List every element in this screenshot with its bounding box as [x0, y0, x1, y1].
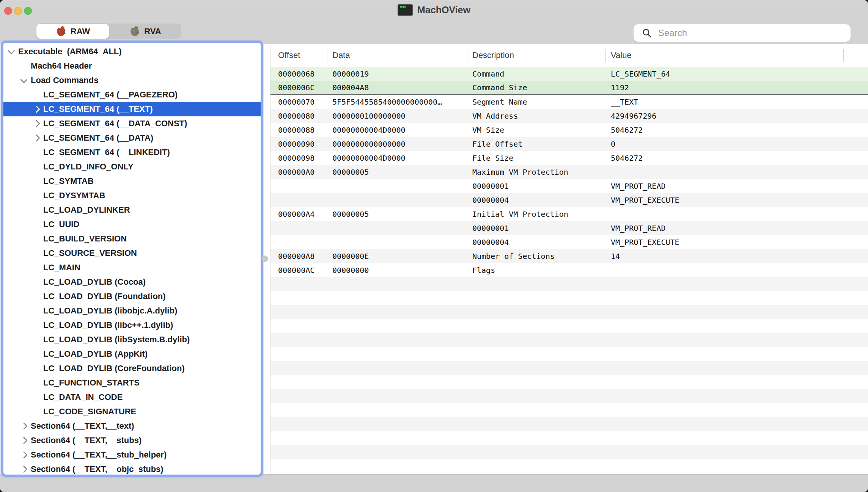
description-cell: Command — [467, 69, 605, 78]
data-cell: 00000005 — [327, 168, 467, 177]
table-row[interactable]: 00000098 00000000004D0000 File Size 5046… — [270, 151, 868, 165]
sidebar-tree-item[interactable]: Section64 (__TEXT,__objc_stubs) — [3, 462, 261, 475]
sidebar-tree-item-label: LC_FUNCTION_STARTS — [43, 378, 140, 388]
table-row[interactable]: 00000004 VM_PROT_EXECUTE — [270, 193, 868, 207]
sidebar-tree-item[interactable]: LC_BUILD_VERSION — [3, 232, 261, 246]
search-input[interactable] — [657, 27, 841, 39]
empty-table-row — [270, 347, 868, 361]
sidebar-tree-item[interactable]: LC_CODE_SIGNATURE — [3, 404, 261, 419]
sidebar-tree-item[interactable]: LC_LOAD_DYLIB (libobjc.A.dylib) — [3, 304, 261, 318]
table-body: 00000068 00000019 Command LC_SEGMENT_64 … — [270, 67, 868, 473]
description-cell: Flags — [467, 266, 605, 275]
sidebar-tree-item[interactable]: LC_SEGMENT_64 (__DATA_CONST) — [3, 116, 261, 131]
description-cell: VM Address — [467, 111, 605, 121]
sidebar-tree-item-label: Section64 (__TEXT,__stub_helper) — [31, 450, 167, 460]
sidebar-tree-item[interactable]: LC_SEGMENT_64 (__TEXT) — [3, 102, 261, 116]
sidebar-tree-item[interactable]: LC_MAIN — [3, 260, 261, 275]
sidebar-tree-item[interactable]: Section64 (__TEXT,__text) — [3, 419, 261, 433]
table-row[interactable]: 000000AC 00000000 Flags — [270, 263, 868, 277]
value-cell: 4294967296 — [605, 111, 843, 121]
table-row[interactable]: 000000A8 0000000E Number of Sections 14 — [270, 249, 868, 263]
empty-table-row — [270, 403, 868, 417]
value-cell: LC_SEGMENT_64 — [605, 69, 843, 78]
sidebar-tree: Executable (ARM64_ALL) Mach64 Header Loa… — [3, 44, 261, 475]
column-header-description[interactable]: Description — [467, 44, 605, 67]
view-mode-segmented-control: RAW RVA — [36, 24, 181, 39]
disclosure-chevron-icon[interactable] — [20, 422, 28, 430]
sidebar-tree-item[interactable]: Executable (ARM64_ALL) — [3, 44, 261, 59]
table-row[interactable]: 00000068 00000019 Command LC_SEGMENT_64 — [270, 67, 868, 81]
rva-mode-button[interactable]: RVA — [109, 24, 181, 39]
sidebar-tree-item[interactable]: Load Commands — [3, 73, 261, 88]
sidebar-tree-item[interactable]: LC_LOAD_DYLIB (libSystem.B.dylib) — [3, 332, 261, 347]
sidebar-tree-item[interactable]: LC_DYSYMTAB — [3, 188, 261, 203]
offset-cell: 00000070 — [270, 97, 327, 107]
red-apple-icon — [55, 26, 67, 37]
disclosure-chevron-icon[interactable] — [33, 105, 40, 113]
table-row[interactable]: 00000088 00000000004D0000 VM Size 504627… — [270, 123, 868, 137]
disclosure-chevron-icon[interactable] — [8, 47, 15, 55]
sidebar-tree-item-label: LC_LOAD_DYLIB (Foundation) — [43, 291, 166, 301]
window-title: MachOView — [417, 5, 470, 16]
sidebar-tree-item-label: LC_DYSYMTAB — [43, 191, 105, 201]
table-row[interactable]: 00000070 5F5F5445585400000000000… Segmen… — [270, 95, 868, 109]
sidebar-tree-item[interactable]: LC_SEGMENT_64 (__DATA) — [3, 131, 261, 145]
disclosure-chevron-icon[interactable] — [20, 451, 28, 459]
disclosure-chevron-icon[interactable] — [20, 76, 28, 83]
sidebar-tree-item-label: LC_LOAD_DYLINKER — [43, 205, 130, 215]
sidebar-tree-item[interactable]: LC_UUID — [3, 217, 261, 232]
sidebar-tree-item[interactable]: LC_LOAD_DYLIB (Foundation) — [3, 289, 261, 304]
empty-table-row — [270, 305, 868, 319]
sidebar-tree-item[interactable]: Section64 (__TEXT,__stub_helper) — [3, 448, 261, 462]
sidebar-tree-item[interactable]: LC_LOAD_DYLIB (libc++.1.dylib) — [3, 318, 261, 332]
disclosure-chevron-icon[interactable] — [33, 120, 40, 127]
table-header-row: Offset Data Description Value — [270, 44, 868, 67]
table-row[interactable]: 00000090 0000000000000000 File Offset 0 — [270, 137, 868, 151]
empty-table-row — [270, 459, 868, 473]
sidebar-tree-item[interactable]: LC_SEGMENT_64 (__LINKEDIT) — [3, 145, 261, 160]
sidebar-tree-item-label: LC_SYMTAB — [43, 176, 94, 186]
toolbar: RAW RVA — [0, 20, 868, 44]
sidebar-tree-item[interactable]: LC_SOURCE_VERSION — [3, 246, 261, 260]
sidebar-tree-item[interactable]: Mach64 Header — [3, 59, 261, 73]
column-separator — [843, 49, 844, 62]
sidebar-tree-item[interactable]: LC_LOAD_DYLIB (CoreFoundation) — [3, 361, 261, 376]
splitter-handle[interactable] — [262, 255, 268, 262]
sidebar-tree-item-label: LC_LOAD_DYLIB (libobjc.A.dylib) — [43, 306, 177, 316]
description-cell: 00000004 — [467, 196, 605, 205]
raw-mode-label: RAW — [71, 27, 90, 36]
table-row[interactable]: 0000006C 000004A8 Command Size 1192 — [270, 81, 868, 95]
data-table: Offset Data Description Value 00000068 0… — [270, 44, 868, 475]
disclosure-chevron-icon[interactable] — [33, 134, 40, 142]
column-header-data[interactable]: Data — [327, 44, 467, 67]
sidebar-tree-item[interactable]: Section64 (__TEXT,__stubs) — [3, 433, 261, 448]
sidebar-tree-item[interactable]: LC_SEGMENT_64 (__PAGEZERO) — [3, 88, 261, 102]
table-row[interactable]: 00000004 VM_PROT_EXECUTE — [270, 235, 868, 249]
document-icon — [398, 4, 413, 16]
sidebar-tree-item-label: LC_SOURCE_VERSION — [43, 248, 137, 258]
column-header-value[interactable]: Value — [605, 44, 843, 67]
description-cell: Segment Name — [467, 97, 605, 107]
raw-mode-button[interactable]: RAW — [36, 24, 109, 39]
table-row[interactable]: 00000001 VM_PROT_READ — [270, 221, 868, 235]
sidebar-tree-item[interactable]: LC_LOAD_DYLIB (AppKit) — [3, 347, 261, 361]
value-cell: VM_PROT_READ — [605, 224, 843, 233]
table-row[interactable]: 000000A0 00000005 Maximum VM Protection — [270, 165, 868, 179]
value-cell: 1192 — [605, 83, 843, 92]
sidebar-tree-item[interactable]: LC_LOAD_DYLINKER — [3, 203, 261, 217]
disclosure-chevron-icon[interactable] — [20, 465, 28, 473]
sidebar-tree-item[interactable]: LC_FUNCTION_STARTS — [3, 376, 261, 390]
sidebar-tree-item[interactable]: LC_SYMTAB — [3, 174, 261, 188]
sidebar-tree-item[interactable]: LC_DATA_IN_CODE — [3, 390, 261, 404]
offset-cell: 000000A4 — [270, 210, 327, 219]
table-row[interactable]: 00000080 0000000100000000 VM Address 429… — [270, 109, 868, 123]
description-cell: 00000001 — [467, 182, 605, 191]
table-row[interactable]: 00000001 VM_PROT_READ — [270, 179, 868, 193]
disclosure-chevron-icon[interactable] — [20, 437, 28, 444]
table-row[interactable]: 000000A4 00000005 Initial VM Protection — [270, 207, 868, 221]
column-header-offset[interactable]: Offset — [270, 44, 327, 67]
sidebar-tree-item[interactable]: LC_DYLD_INFO_ONLY — [3, 160, 261, 174]
offset-cell: 000000AC — [270, 266, 327, 275]
sidebar-tree-item[interactable]: LC_LOAD_DYLIB (Cocoa) — [3, 275, 261, 289]
offset-cell: 000000A8 — [270, 252, 327, 261]
